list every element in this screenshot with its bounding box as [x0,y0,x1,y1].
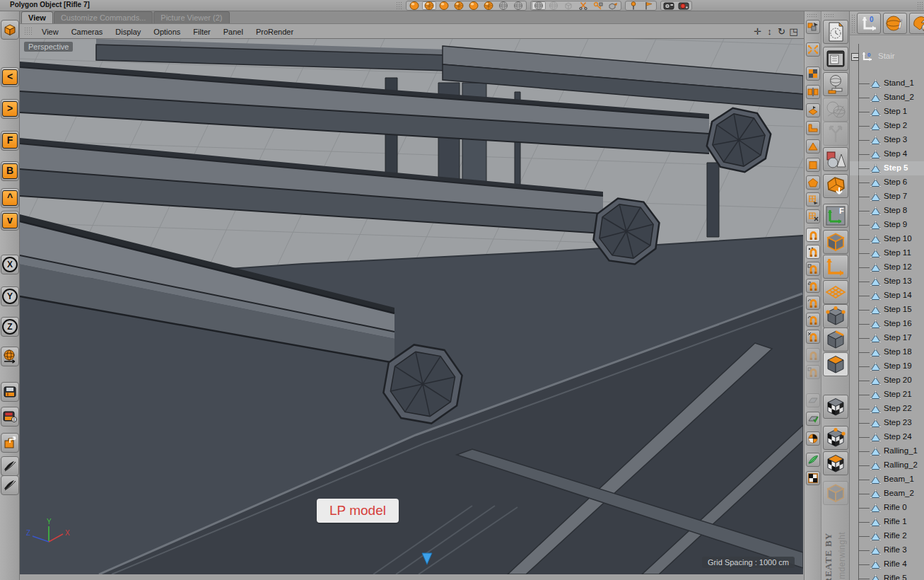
triangle-snap-icon[interactable] [806,139,820,153]
snap-path-icon[interactable] [806,313,820,327]
snap-arc-icon[interactable] [806,296,820,310]
next-view-icon[interactable]: > [1,99,19,119]
render-view-icon[interactable] [662,1,676,10]
snap-faded-icon[interactable] [806,348,820,362]
world-coords-icon[interactable] [1,347,19,366]
object-row[interactable]: Rifle 5 [850,572,924,580]
object-row[interactable]: Beam_2 [850,487,924,501]
tab-picture-viewer[interactable]: Picture Viewer (2) [153,11,229,23]
shading-wireframe-icon[interactable] [511,1,525,10]
object-row[interactable]: Step 1 [850,105,924,119]
object-row[interactable]: Step 16 [850,317,924,331]
signature-pen2-icon[interactable] [1,475,19,495]
snap-triangle-icon[interactable] [806,279,820,293]
y-axis-lock-icon[interactable]: Y [1,286,19,306]
menu-prorender[interactable]: ProRender [250,28,300,36]
axis-handle-cone[interactable] [421,552,433,568]
object-row[interactable]: Step 14 [850,289,924,303]
object-row[interactable]: Step 22 [850,402,924,416]
ghost-box-icon[interactable] [606,1,620,10]
cube-outline-icon[interactable] [823,230,848,254]
grid-move-icon[interactable] [806,192,820,207]
polygon-mode-icon[interactable] [823,352,848,376]
checker-tile-icon[interactable] [806,66,820,81]
panel-grip[interactable] [851,14,855,33]
square-snap-icon[interactable] [806,158,820,172]
axis-frame-icon[interactable]: F [823,204,848,228]
checker-square-icon[interactable] [806,471,820,485]
object-row[interactable]: Ralling_1 [850,444,924,458]
object-row[interactable]: Step 9 [850,218,924,232]
pan-view-icon[interactable]: ✛ [752,26,764,37]
object-row[interactable]: Step 23 [850,416,924,430]
object-row[interactable]: Step 19 [850,359,924,373]
model-mode-faded-icon[interactable] [823,481,848,505]
snap-x-icon[interactable] [806,330,820,344]
object-row[interactable]: Step 18 [850,345,924,359]
object-row[interactable]: Rifle 3 [850,543,924,557]
corner-snap-icon[interactable] [806,121,820,135]
object-row[interactable]: Step 21 [850,388,924,402]
axis-arrows-icon[interactable] [823,255,848,279]
menu-grip[interactable] [24,27,33,36]
tab-customize-commands[interactable]: Customize Commands... [54,11,153,23]
zoom-view-icon[interactable]: ↕ [764,26,776,37]
tree-root-row[interactable]: 0 Stair [850,50,924,64]
move-tiles-icon[interactable] [806,20,820,34]
snap-square-icon[interactable] [806,262,820,276]
object-row[interactable]: Beam_1 [850,472,924,487]
toolbar-grip[interactable] [824,13,835,18]
feather-icon[interactable] [806,453,820,467]
object-row[interactable]: Rifle 4 [850,557,924,572]
timeline-clock-icon[interactable] [823,20,848,44]
shading-constant-icon[interactable] [467,1,481,10]
menu-panel[interactable]: Panel [217,28,250,36]
expand-arrows-icon[interactable] [806,42,820,57]
object-row[interactable]: Step 12 [850,260,924,274]
viewport[interactable]: Perspective LP model Grid Spacing : 1000… [20,39,803,574]
rotate-view-icon[interactable]: ↻ [776,26,788,37]
shading-gouraud-lines-icon[interactable] [422,1,436,10]
menu-cameras[interactable]: Cameras [65,28,110,36]
object-row[interactable]: Stand_1 [850,76,924,91]
snap-magnet-icon[interactable] [806,228,820,242]
menu-display[interactable]: Display [109,28,147,36]
object-row[interactable]: Step 24 [850,430,924,444]
coordinates-icon[interactable]: 0 [857,13,881,34]
object-row[interactable]: Step 8 [850,204,924,218]
primitives-icon[interactable] [823,147,848,171]
up-view-icon[interactable]: ^ [1,188,19,208]
checker-ball-icon[interactable] [806,431,820,446]
menu-view[interactable]: View [35,28,65,36]
shading-gouraud-icon[interactable] [407,1,421,10]
drag-grip[interactable] [396,1,403,9]
object-row[interactable]: Step 4 [850,147,924,161]
shading-quick-lines-icon[interactable] [452,1,466,10]
object-row[interactable]: Step 10 [850,232,924,246]
object-row[interactable]: Step 17 [850,331,924,345]
export-folder-icon[interactable] [1,433,19,453]
drag-grip[interactable] [917,1,923,9]
viewport-canvas[interactable] [20,39,803,574]
object-row[interactable]: Rifle 0 [850,501,924,515]
model-cube-icon[interactable] [1,20,19,40]
toolbar-grip[interactable] [807,13,818,18]
object-info2-icon[interactable]: i [909,13,924,34]
render-record-icon[interactable] [677,1,691,10]
split-tiles-icon[interactable] [806,85,820,99]
cut-tool-icon[interactable] [576,1,590,10]
menu-options[interactable]: Options [147,28,187,36]
object-row[interactable]: Ralling_2 [850,458,924,472]
prev-view-icon[interactable]: < [1,67,19,87]
object-info-icon[interactable]: i [883,13,907,34]
z-axis-lock-icon[interactable]: Z [1,317,19,337]
grid-plane-icon[interactable] [823,280,848,304]
grid-x-icon[interactable] [806,209,820,224]
object-row[interactable]: Stand_2 [850,91,924,105]
object-row[interactable]: Step 5 [850,161,924,175]
save-state-lock-icon[interactable]: 0 [1,407,19,427]
uv-mode-icon[interactable] [823,395,848,419]
wireframe-toggle-icon[interactable] [532,1,546,10]
shading-constant-lines-icon[interactable] [481,1,496,10]
world-merge-icon[interactable] [823,98,848,122]
